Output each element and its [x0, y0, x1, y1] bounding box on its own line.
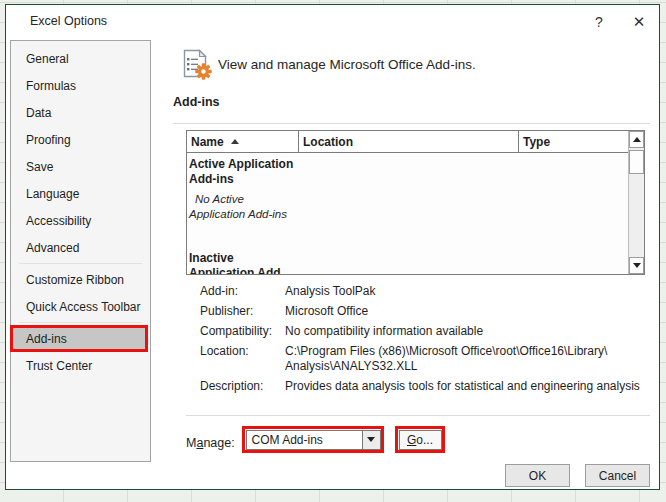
detail-row-description: Description: Provides data analysis tool…: [200, 379, 652, 394]
sidebar-item-proofing[interactable]: Proofing: [11, 126, 150, 153]
sidebar-item-add-ins[interactable]: Add-ins: [10, 325, 148, 352]
ok-button[interactable]: OK: [505, 464, 570, 487]
detail-row-addin: Add-in: Analysis ToolPak: [200, 284, 652, 299]
dialog-title: Excel Options: [30, 14, 107, 28]
sidebar-item-general[interactable]: General: [11, 45, 150, 72]
options-sidebar: General Formulas Data Proofing Save Lang…: [10, 40, 151, 462]
addins-table: Name Location Type Active Application Ad…: [186, 130, 645, 275]
addins-page-icon: [181, 49, 215, 85]
scrollbar-thumb[interactable]: [629, 150, 644, 174]
scroll-down-icon: [633, 263, 641, 268]
sidebar-separator: [19, 263, 142, 264]
manage-label: Manage:: [186, 436, 235, 450]
column-header-type[interactable]: Type: [519, 131, 628, 152]
excel-options-dialog: Excel Options ? ✕ General Formulas Data …: [5, 4, 660, 490]
page-description: View and manage Microsoft Office Add-ins…: [218, 57, 476, 72]
scroll-up-icon: [633, 137, 641, 142]
manage-dropdown-value: COM Add-ins: [247, 431, 362, 449]
sidebar-item-language[interactable]: Language: [11, 180, 150, 207]
scroll-down-button[interactable]: [629, 257, 644, 274]
table-header-row: Name Location Type: [187, 131, 628, 153]
close-icon[interactable]: ✕: [626, 11, 652, 33]
manage-divider: [186, 415, 650, 416]
sidebar-item-customize-ribbon[interactable]: Customize Ribbon: [11, 266, 150, 293]
manage-dropdown[interactable]: COM Add-ins: [246, 430, 381, 450]
column-header-name[interactable]: Name: [187, 131, 299, 152]
help-icon[interactable]: ?: [586, 11, 612, 33]
sidebar-item-save[interactable]: Save: [11, 153, 150, 180]
row-no-active-addins: No Active Application Add-ins: [189, 192, 287, 221]
section-title: Add-ins: [173, 95, 220, 109]
table-body: Active Application Add-ins No Active App…: [187, 153, 628, 274]
gear-icon: [195, 63, 212, 80]
go-button[interactable]: Go...: [399, 430, 442, 450]
sidebar-item-trust-center[interactable]: Trust Center: [11, 352, 150, 379]
table-scrollbar[interactable]: [628, 131, 644, 274]
scroll-up-button[interactable]: [629, 131, 644, 148]
detail-row-publisher: Publisher: Microsoft Office: [200, 304, 652, 319]
addin-details: Add-in: Analysis ToolPak Publisher: Micr…: [200, 284, 652, 399]
detail-row-location: Location: C:\Program Files (x86)\Microso…: [200, 344, 652, 374]
sidebar-item-data[interactable]: Data: [11, 99, 150, 126]
sidebar-item-formulas[interactable]: Formulas: [11, 72, 150, 99]
annotation-box-go-button: Go...: [395, 426, 445, 453]
group-inactive-addins: Inactive Application Add: [189, 251, 281, 274]
detail-row-compatibility: Compatibility: No compatibility informat…: [200, 324, 652, 339]
section-divider: [173, 123, 650, 124]
sidebar-item-quick-access-toolbar[interactable]: Quick Access Toolbar: [11, 293, 150, 320]
chevron-down-icon: [367, 437, 375, 442]
sort-ascending-icon: [231, 139, 239, 144]
dropdown-button[interactable]: [362, 431, 380, 449]
annotation-box-manage-dropdown: COM Add-ins: [242, 426, 384, 453]
group-active-addins: Active Application Add-ins: [189, 157, 293, 187]
sidebar-item-advanced[interactable]: Advanced: [11, 234, 150, 261]
column-header-location[interactable]: Location: [299, 131, 519, 152]
cancel-button[interactable]: Cancel: [585, 464, 650, 487]
sidebar-separator: [19, 322, 142, 323]
sidebar-item-accessibility[interactable]: Accessibility: [11, 207, 150, 234]
